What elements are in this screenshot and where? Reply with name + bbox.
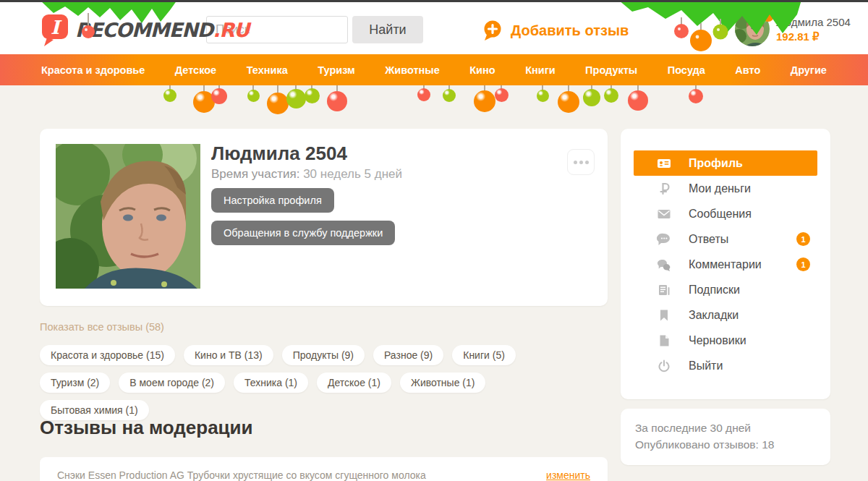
chip-books[interactable]: Книги (5) <box>452 345 516 365</box>
chip-movies-tv[interactable]: Кино и ТВ (13) <box>184 345 273 365</box>
add-review-label: Добавить отзыв <box>511 22 629 39</box>
profile-settings-button[interactable]: Настройка профиля <box>211 188 334 213</box>
sidebar-item-answers[interactable]: Ответы 1 <box>634 226 817 252</box>
account-sidebar: Профиль Мои деньги Сообщения Ответы 1 <box>621 129 830 399</box>
show-all-reviews-link[interactable]: Показать все отзывы (58) <box>40 321 164 333</box>
moderation-section-title: Отзывы на модерации <box>40 417 253 439</box>
chip-kids[interactable]: Детское (1) <box>317 373 391 393</box>
chip-food[interactable]: Продукты (9) <box>282 345 365 365</box>
site-logo[interactable]: I RECOMMEND.RU <box>40 12 249 47</box>
profile-card: Людмила 2504 Время участия: 30 недель 5 … <box>40 129 608 306</box>
user-meta: Людмила 2504 192.81 ₽ <box>776 12 851 46</box>
draft-icon <box>657 333 671 348</box>
answers-count-badge: 1 <box>796 232 810 246</box>
sidebar-item-drafts[interactable]: Черновики <box>634 328 817 353</box>
logo-text: RECOMMEND.RU <box>75 19 249 41</box>
comments-icon <box>657 257 671 272</box>
sidebar-item-profile[interactable]: Профиль <box>634 150 817 176</box>
chip-beauty[interactable]: Красота и здоровье (15) <box>40 345 175 365</box>
profile-photo[interactable] <box>56 144 200 289</box>
sidebar-item-logout[interactable]: Выйти <box>634 353 817 378</box>
ellipsis-icon <box>574 161 577 164</box>
id-card-icon <box>657 156 671 171</box>
moderation-review-title: Снэки Essen Production AG Трубочки хруст… <box>57 469 546 481</box>
christmas-ornaments-row <box>0 85 868 125</box>
chip-animals[interactable]: Животные (1) <box>400 373 486 393</box>
header-user-block[interactable]: Людмила 2504 192.81 ₽ <box>735 12 851 46</box>
nav-item-books[interactable]: Книги <box>525 64 555 76</box>
stats-period: За последние 30 дней <box>635 420 816 436</box>
sidebar-item-label: Черновики <box>689 334 746 347</box>
nav-item-movies[interactable]: Кино <box>469 64 495 76</box>
nav-item-beauty[interactable]: Красота и здоровье <box>41 64 145 76</box>
nav-item-animals[interactable]: Животные <box>385 64 440 76</box>
avatar-notification-dot <box>762 10 774 22</box>
sidebar-item-label: Выйти <box>689 359 723 373</box>
chip-tech[interactable]: Техника (1) <box>234 373 308 393</box>
nav-item-tourism[interactable]: Туризм <box>318 64 355 76</box>
nav-item-dishes[interactable]: Посуда <box>668 64 705 76</box>
plus-bubble-icon <box>482 20 503 41</box>
sidebar-item-label: Комментарии <box>689 258 762 271</box>
recent-stats-card: За последние 30 дней Опубликовано отзыво… <box>621 409 830 465</box>
ruble-icon <box>657 182 671 196</box>
more-options-button[interactable] <box>567 149 595 175</box>
comments-count-badge: 1 <box>796 257 810 271</box>
stats-published-count: Опубликовано отзывов: 18 <box>635 436 816 453</box>
review-category-chips: Красота и здоровье (15) Кино и ТВ (13) П… <box>40 345 546 420</box>
power-icon <box>657 359 671 373</box>
user-name[interactable]: Людмила 2504 <box>776 16 851 28</box>
nav-item-other[interactable]: Другие <box>791 64 827 76</box>
category-nav: Красота и здоровье Детское Техника Туриз… <box>0 54 868 85</box>
chip-misc[interactable]: Разное (9) <box>373 345 443 365</box>
sidebar-item-money[interactable]: Мои деньги <box>634 176 817 201</box>
sidebar-item-label: Закладки <box>689 309 739 322</box>
sidebar-item-label: Сообщения <box>689 208 752 221</box>
chat-bubble-icon <box>657 232 671 247</box>
search-button[interactable]: Найти <box>352 16 423 43</box>
nav-item-tech[interactable]: Техника <box>247 64 288 76</box>
sidebar-item-bookmarks[interactable]: Закладки <box>634 302 817 328</box>
support-requests-button[interactable]: Обращения в службу поддержки <box>211 221 395 245</box>
user-balance[interactable]: 192.81 ₽ <box>776 30 851 43</box>
user-avatar[interactable] <box>735 12 770 46</box>
membership-value: 30 недель 5 дней <box>303 167 402 181</box>
subscriptions-icon <box>657 283 671 297</box>
membership-label: Время участия: <box>211 167 299 181</box>
logo-bubble-icon: I <box>40 12 70 47</box>
browser-top-strip <box>0 0 868 2</box>
sidebar-item-messages[interactable]: Сообщения <box>634 201 817 226</box>
add-review-button[interactable]: Добавить отзыв <box>482 20 629 41</box>
sidebar-item-label: Ответы <box>689 233 728 246</box>
bookmark-icon <box>657 308 671 323</box>
profile-name: Людмила 2504 <box>211 142 347 165</box>
chip-tourism[interactable]: Туризм (2) <box>40 373 110 393</box>
sidebar-item-label: Подписки <box>689 284 740 297</box>
edit-review-link[interactable]: изменить <box>546 469 590 481</box>
nav-item-kids[interactable]: Детское <box>175 64 216 76</box>
moderation-review-row: Снэки Essen Production AG Трубочки хруст… <box>40 457 608 481</box>
membership-duration: Время участия: 30 недель 5 дней <box>211 167 402 182</box>
profile-photo-image <box>56 144 200 289</box>
sidebar-item-comments[interactable]: Комментарии 1 <box>634 252 817 277</box>
sidebar-item-label: Профиль <box>689 157 743 170</box>
nav-item-auto[interactable]: Авто <box>735 64 760 76</box>
sidebar-item-subscriptions[interactable]: Подписки <box>634 277 817 302</box>
nav-item-food[interactable]: Продукты <box>585 64 637 76</box>
irecommend-profile-page: { "header": { "logo": { "letter": "I", "… <box>0 0 868 481</box>
sidebar-item-label: Мои деньги <box>689 182 751 195</box>
envelope-icon <box>657 207 671 221</box>
site-header: I RECOMMEND.RU Найти Добавить отзыв <box>0 2 868 54</box>
chip-my-city[interactable]: В моем городе (2) <box>119 373 225 393</box>
